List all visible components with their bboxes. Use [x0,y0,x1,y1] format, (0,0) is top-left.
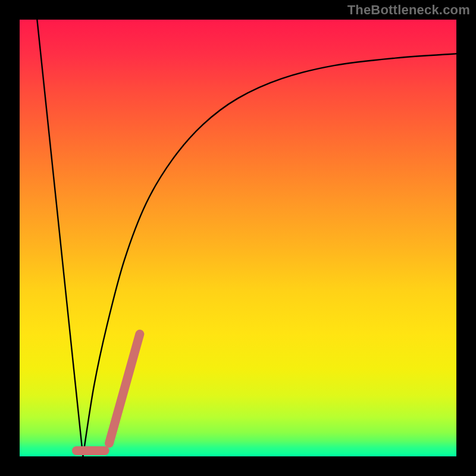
chart-stage: TheBottleneck.com [0,0,476,476]
chart-svg [0,0,476,476]
plot-background [20,20,456,456]
watermark-text: TheBottleneck.com [347,2,470,18]
